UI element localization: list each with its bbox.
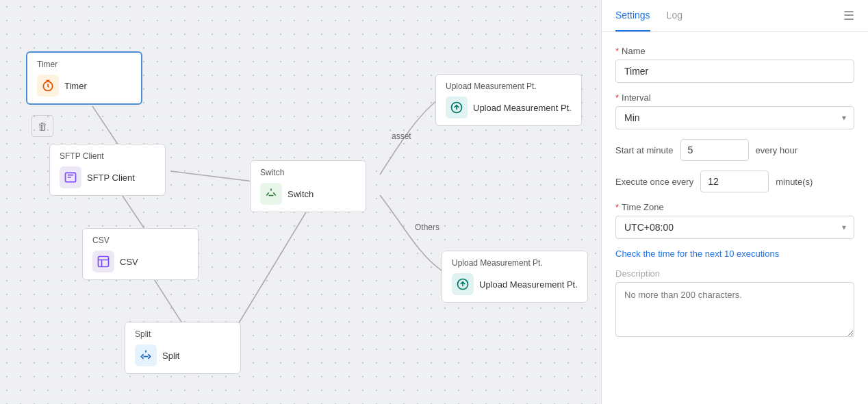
- node-upload2[interactable]: Upload Measurement Pt. Upload Measuremen…: [442, 251, 588, 303]
- timezone-select[interactable]: UTC+08:00 UTC+00:00 UTC-05:00: [615, 216, 854, 239]
- edge-label-asset: asset: [392, 131, 411, 141]
- node-label-timer: Timer: [64, 81, 87, 91]
- name-input[interactable]: [615, 60, 854, 83]
- minute-label: minute(s): [776, 177, 813, 187]
- menu-icon[interactable]: ☰: [843, 8, 854, 23]
- execute-once-row: Execute once every minute(s): [615, 171, 854, 192]
- node-icon-upload1: [446, 97, 468, 118]
- tab-settings[interactable]: Settings: [615, 0, 650, 31]
- start-minute-row: Start at minute every hour: [615, 139, 854, 161]
- node-title: Timer: [37, 60, 131, 69]
- timezone-group: *Time Zone UTC+08:00 UTC+00:00 UTC-05:00…: [615, 202, 854, 239]
- interval-select-wrapper: Min Hour Day Week ▾: [615, 106, 854, 129]
- check-executions-link[interactable]: Check the time for the next 10 execution…: [615, 249, 854, 259]
- node-icon-csv: [92, 251, 114, 273]
- svg-line-2: [151, 274, 185, 327]
- start-minute-label: Start at minute: [615, 145, 674, 155]
- node-label-sftp: SFTP Client: [87, 173, 135, 183]
- node-title: CSV: [92, 236, 188, 245]
- node-title: SFTP Client: [60, 151, 155, 161]
- node-switch[interactable]: Switch Switch: [250, 160, 366, 212]
- tab-bar: Settings Log ☰: [602, 0, 868, 32]
- delete-button[interactable]: 🗑: [31, 115, 53, 137]
- interval-group: *Interval Min Hour Day Week ▾: [615, 92, 854, 129]
- node-label-upload1: Upload Measurement Pt.: [473, 103, 572, 113]
- timezone-required-star: *: [615, 202, 619, 212]
- node-sftp[interactable]: SFTP Client SFTP Client: [49, 144, 166, 196]
- node-icon-upload2: [452, 273, 474, 295]
- settings-form: *Name *Interval Min Hour Day Week ▾ Star…: [602, 32, 868, 351]
- node-csv[interactable]: CSV CSV: [82, 228, 199, 280]
- name-label: *Name: [615, 46, 854, 56]
- description-group: Description: [615, 268, 854, 337]
- node-timer[interactable]: Timer Timer: [26, 51, 142, 105]
- node-icon-timer: [37, 75, 59, 97]
- execute-once-input[interactable]: [700, 171, 769, 192]
- node-icon-sftp: [60, 166, 81, 188]
- name-group: *Name: [615, 46, 854, 83]
- node-title: Split: [135, 329, 231, 339]
- svg-rect-7: [99, 257, 109, 267]
- description-label: Description: [615, 268, 854, 279]
- node-split[interactable]: Split Split: [125, 322, 241, 374]
- svg-line-4: [171, 171, 253, 181]
- interval-label: *Interval: [615, 92, 854, 103]
- node-title: Upload Measurement Pt.: [452, 258, 578, 268]
- timezone-select-wrapper: UTC+08:00 UTC+00:00 UTC-05:00 ▾: [615, 216, 854, 239]
- node-upload1[interactable]: Upload Measurement Pt. Upload Measuremen…: [435, 74, 582, 126]
- tab-log[interactable]: Log: [667, 0, 682, 31]
- settings-panel: Settings Log ☰ *Name *Interval Min Hour …: [601, 0, 868, 404]
- node-title: Upload Measurement Pt.: [446, 81, 572, 91]
- timezone-label: *Time Zone: [615, 202, 854, 212]
- canvas[interactable]: 🗑 Timer Timer SFTP Client SFTP Client CS…: [0, 0, 601, 404]
- name-required-star: *: [615, 46, 619, 56]
- description-textarea[interactable]: [615, 282, 854, 337]
- node-icon-switch: [260, 183, 282, 205]
- svg-line-0: [92, 106, 120, 147]
- interval-select[interactable]: Min Hour Day Week: [615, 106, 854, 129]
- start-minute-input[interactable]: [680, 139, 749, 161]
- node-label-switch: Switch: [288, 189, 314, 199]
- node-label-upload2: Upload Measurement Pt.: [479, 279, 578, 290]
- execute-once-label: Execute once every: [615, 177, 693, 187]
- node-label-split: Split: [162, 351, 179, 361]
- node-icon-split: [135, 344, 157, 366]
- node-title: Switch: [260, 168, 356, 177]
- edge-label-others: Others: [415, 223, 439, 232]
- node-label-csv: CSV: [120, 257, 138, 267]
- svg-line-1: [120, 192, 147, 233]
- interval-required-star: *: [615, 92, 619, 103]
- every-hour-label: every hour: [756, 145, 797, 155]
